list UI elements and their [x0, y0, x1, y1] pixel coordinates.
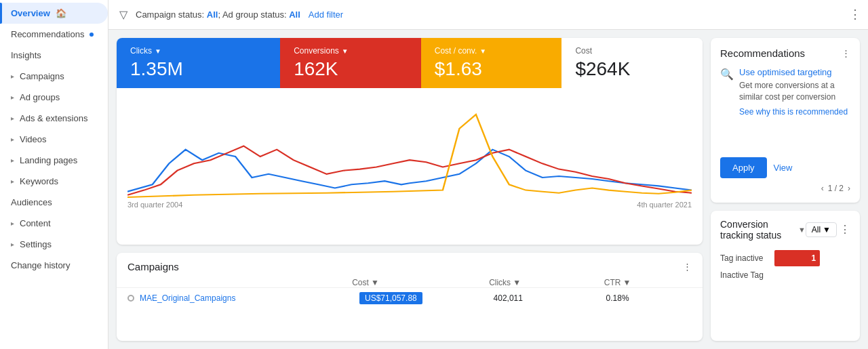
col-clicks-header: Clicks ▼	[489, 278, 599, 287]
rec-more-icon[interactable]: ⋮	[842, 48, 850, 58]
content-label: Content	[20, 218, 51, 228]
see-why-link[interactable]: See why this is recommended	[739, 107, 850, 117]
chart-date-end: 4th quarter 2021	[637, 201, 692, 209]
sidebar-item-campaigns[interactable]: ▸ Campaigns	[0, 66, 108, 87]
apply-button[interactable]: Apply	[720, 157, 767, 178]
add-filter-button[interactable]: Add filter	[309, 9, 343, 20]
view-button[interactable]: View	[774, 163, 793, 173]
campaign-cost-value: US$71,057.88	[359, 292, 422, 304]
campaigns-title: Campaigns	[127, 261, 179, 272]
rec-card-title: Recommendations	[720, 47, 805, 59]
chart-area: 3rd quarter 2004 4th quarter 2021	[117, 88, 703, 213]
campaign-name[interactable]: MAE_Original_Campaigns	[140, 293, 354, 303]
ads-arrow: ▸	[11, 115, 14, 122]
campaign-status-value: All	[207, 9, 218, 20]
chart-dates: 3rd quarter 2004 4th quarter 2021	[127, 201, 692, 211]
campaigns-more-icon[interactable]: ⋮	[683, 262, 692, 272]
conv-filter-area: All ▼ ⋮	[806, 222, 850, 237]
sidebar-item-settings[interactable]: ▸ Settings	[0, 234, 108, 255]
adgroups-label: Ad groups	[20, 92, 60, 102]
cost-sort-icon[interactable]: ▼	[371, 278, 379, 287]
conv-body: Tag inactive 1 Inactive Tag	[711, 246, 860, 288]
settings-arrow: ▸	[11, 241, 14, 248]
campaign-cost: US$71,057.88	[359, 292, 488, 304]
clicks-sort-icon[interactable]: ▼	[513, 278, 521, 287]
metric-cost-conv: Cost / conv. ▼ $1.63	[421, 38, 562, 88]
left-panel: Clicks ▼ 1.35M Conversions ▼ 162K	[117, 38, 703, 341]
filter-icon: ▽	[119, 8, 127, 21]
col-cost-header: Cost ▼	[352, 278, 484, 287]
sidebar-item-videos[interactable]: ▸ Videos	[0, 129, 108, 150]
landing-label: Landing pages	[20, 155, 77, 165]
cost-conv-dropdown-arrow[interactable]: ▼	[479, 47, 486, 55]
cost-conv-value: $1.63	[435, 58, 549, 80]
videos-arrow: ▸	[11, 136, 14, 143]
audiences-label: Audiences	[11, 197, 52, 207]
rec-item-desc: Get more conversions at a similar cost p…	[739, 80, 850, 103]
right-panel: Recommendations ⋮ 🔍 Use optimised target…	[711, 38, 860, 341]
rec-actions: Apply View	[720, 157, 850, 178]
pagination-prev-arrow[interactable]: ‹	[821, 184, 824, 193]
campaign-clicks: 402,011	[494, 293, 601, 303]
conv-card-header: Conversion tracking status ▼ All ▼ ⋮	[711, 211, 860, 246]
sidebar-item-ads-extensions[interactable]: ▸ Ads & extensions	[0, 108, 108, 129]
conversion-tracking-card: Conversion tracking status ▼ All ▼ ⋮ Tag…	[711, 211, 860, 341]
rec-search-icon: 🔍	[720, 68, 734, 81]
sidebar-item-overview[interactable]: Overview 🏠	[0, 3, 108, 24]
sidebar-item-audiences[interactable]: Audiences	[0, 192, 108, 213]
main-content: ▽ Campaign status: All; Ad group status:…	[108, 0, 868, 349]
pagination-next-arrow[interactable]: ›	[848, 184, 850, 193]
cost-value: $264K	[575, 58, 689, 80]
conv-dropdown-arrow[interactable]: ▼	[798, 226, 806, 234]
conv-bar-wrap: 1	[774, 250, 850, 266]
campaigns-label: Campaigns	[20, 71, 64, 81]
table-row: MAE_Original_Campaigns US$71,057.88 402,…	[117, 287, 703, 308]
change-history-label: Change history	[11, 260, 70, 270]
rec-pagination: ‹ 1 / 2 ›	[720, 184, 850, 193]
sidebar-item-landing-pages[interactable]: ▸ Landing pages	[0, 150, 108, 171]
sidebar-item-keywords[interactable]: ▸ Keywords	[0, 171, 108, 192]
videos-label: Videos	[20, 134, 47, 144]
conversions-dropdown-arrow[interactable]: ▼	[342, 47, 349, 55]
campaign-dot	[127, 295, 134, 302]
sidebar-item-insights[interactable]: Insights	[0, 45, 108, 66]
sidebar: Overview 🏠 Recommendations Insights ▸ Ca…	[0, 0, 108, 349]
conv-filter-button[interactable]: All ▼	[806, 222, 837, 237]
ctr-sort-icon[interactable]: ▼	[623, 278, 631, 287]
keywords-arrow: ▸	[11, 178, 14, 185]
col-ctr-header: CTR ▼	[604, 278, 692, 287]
conv-title: Conversion tracking status	[720, 219, 795, 241]
content-arrow: ▸	[11, 220, 14, 227]
metric-conversions: Conversions ▼ 162K	[280, 38, 421, 88]
cost-label: Cost	[575, 46, 689, 56]
rec-card-header: Recommendations ⋮	[720, 47, 850, 59]
campaign-ctr: 0.18%	[606, 293, 692, 303]
recommendations-label: Recommendations	[11, 29, 84, 39]
campaigns-card: Campaigns ⋮ Cost ▼ Clicks ▼ CTR ▼	[117, 253, 703, 341]
sidebar-item-change-history[interactable]: Change history	[0, 255, 108, 276]
insights-label: Insights	[11, 50, 41, 60]
rec-item: 🔍 Use optimised targeting Get more conve…	[720, 67, 850, 117]
clicks-dropdown-arrow[interactable]: ▼	[155, 47, 161, 55]
sidebar-item-adgroups[interactable]: ▸ Ad groups	[0, 87, 108, 108]
conv-title-wrap: Conversion tracking status ▼	[720, 219, 806, 241]
keywords-label: Keywords	[20, 176, 58, 186]
conv-more-icon[interactable]: ⋮	[840, 223, 850, 236]
conversions-label: Conversions ▼	[294, 46, 408, 56]
conv-bar: 1	[774, 250, 820, 266]
content-area: Clicks ▼ 1.35M Conversions ▼ 162K	[108, 30, 868, 349]
sidebar-item-content[interactable]: ▸ Content	[0, 213, 108, 234]
pagination-text: 1 / 2	[828, 184, 844, 193]
rec-dot-indicator	[90, 33, 94, 37]
tag-inactive-label: Tag inactive	[720, 253, 768, 263]
settings-label: Settings	[20, 239, 52, 249]
chart-card: Clicks ▼ 1.35M Conversions ▼ 162K	[117, 38, 703, 245]
conv-tracking-row: Tag inactive 1	[720, 250, 850, 266]
sidebar-item-recommendations[interactable]: Recommendations	[0, 24, 108, 45]
campaigns-arrow: ▸	[11, 73, 14, 80]
landing-arrow: ▸	[11, 157, 14, 164]
conversions-value: 162K	[294, 58, 408, 80]
metric-cost: Cost $264K ⋮	[561, 38, 703, 88]
campaigns-header: Campaigns ⋮	[117, 253, 703, 278]
campaigns-table-header: Cost ▼ Clicks ▼ CTR ▼	[117, 278, 703, 287]
